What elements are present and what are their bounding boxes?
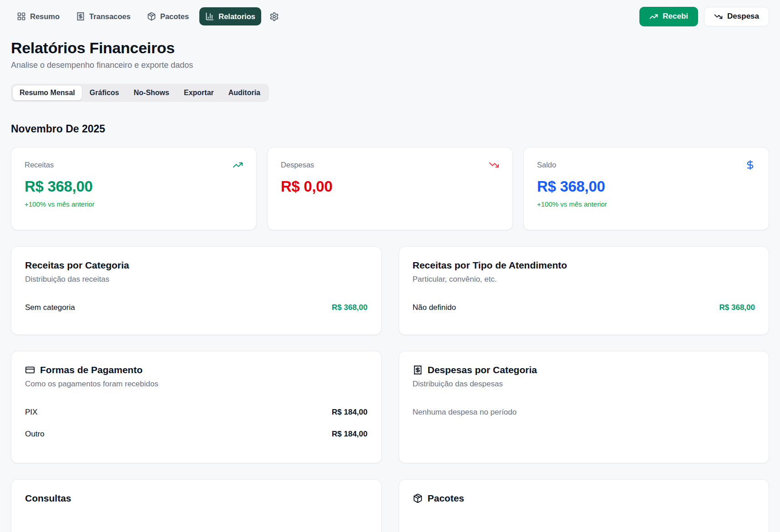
package-icon [413, 493, 423, 503]
nav-item-label: Relatorios [218, 12, 255, 21]
category-row: Não definido R$ 368,00 [413, 303, 755, 312]
credit-card-icon [25, 365, 35, 375]
row-label: Sem categoria [25, 303, 75, 312]
stat-note: +100% vs mês anterior [25, 200, 243, 208]
page-title: Relatórios Financeiros [11, 39, 769, 57]
card-title: Formas de Pagamento [40, 365, 142, 375]
package-icon [147, 12, 156, 21]
expense-button[interactable]: Despesa [704, 7, 769, 26]
stat-card-despesas: Despesas R$ 0,00 [267, 147, 513, 230]
card-receitas-por-tipo: Receitas por Tipo de Atendimento Particu… [399, 246, 770, 335]
empty-state-text: Nenhuma despesa no período [413, 408, 755, 417]
settings-button[interactable] [266, 7, 283, 26]
card-receitas-por-categoria: Receitas por Categoria Distribuição das … [11, 246, 382, 335]
card-formas-de-pagamento: Formas de Pagamento Como os pagamentos f… [11, 351, 382, 463]
card-title: Receitas por Tipo de Atendimento [413, 260, 755, 271]
receipt-icon [76, 12, 85, 21]
stat-card-saldo: Saldo R$ 368,00 +100% vs mês anterior [523, 147, 769, 230]
card-title: Consultas [25, 493, 368, 504]
tab-exportar[interactable]: Exportar [177, 86, 221, 100]
dollar-sign-icon [745, 160, 755, 170]
stat-label: Despesas [281, 161, 314, 169]
payment-cards-row: Formas de Pagamento Como os pagamentos f… [11, 351, 769, 463]
nav-item-label: Resumo [30, 12, 60, 21]
dashboard-grid-icon [17, 12, 26, 21]
card-pacotes: Pacotes [399, 479, 770, 532]
receipt-icon [413, 365, 423, 375]
row-value: R$ 368,00 [332, 303, 367, 312]
stat-label: Saldo [537, 161, 556, 169]
page-subtitle: Analise o desempenho financeiro e export… [11, 61, 769, 70]
payment-row: PIX R$ 184,00 [25, 408, 368, 417]
reports-page: Resumo Transacoes Pacotes Relatorios Rec… [0, 0, 780, 532]
trending-down-icon [714, 12, 723, 21]
expense-button-label: Despesa [727, 12, 759, 21]
nav-item-transacoes[interactable]: Transacoes [70, 7, 137, 25]
stat-note: +100% vs mês anterior [537, 200, 755, 208]
trending-down-icon [489, 160, 499, 170]
card-subtitle: Distribuição das receitas [25, 275, 368, 284]
row-value: R$ 368,00 [719, 303, 755, 312]
row-label: Não definido [413, 303, 456, 312]
nav-item-resumo[interactable]: Resumo [11, 7, 66, 25]
row-value: R$ 184,00 [332, 430, 367, 439]
row-label: Outro [25, 430, 45, 439]
tab-auditoria[interactable]: Auditoria [222, 86, 267, 100]
nav-actions: Recebi Despesa [639, 7, 769, 26]
category-row: Sem categoria R$ 368,00 [25, 303, 368, 312]
bar-chart-icon [205, 12, 214, 21]
nav-item-relatorios[interactable]: Relatorios [199, 7, 261, 25]
tab-no-shows[interactable]: No-Shows [127, 86, 176, 100]
card-subtitle: Como os pagamentos foram recebidos [25, 380, 368, 389]
revenue-cards-row: Receitas por Categoria Distribuição das … [11, 246, 769, 335]
nav-item-label: Transacoes [89, 12, 131, 21]
card-despesas-por-categoria: Despesas por Categoria Distribuição das … [399, 351, 770, 463]
card-title: Receitas por Categoria [25, 260, 368, 271]
trending-up-icon [233, 160, 243, 170]
tab-graficos[interactable]: Gráficos [83, 86, 126, 100]
stat-label: Receitas [25, 161, 54, 169]
month-heading: Novembro De 2025 [11, 123, 769, 135]
nav-item-label: Pacotes [160, 12, 189, 21]
receive-button[interactable]: Recebi [639, 7, 698, 26]
bottom-cards-row: Consultas Pacotes [11, 479, 769, 532]
stat-value: R$ 368,00 [25, 178, 243, 195]
nav-tabs: Resumo Transacoes Pacotes Relatorios [11, 7, 283, 26]
trending-up-icon [649, 12, 658, 21]
stat-value: R$ 0,00 [281, 178, 499, 195]
payment-row: Outro R$ 184,00 [25, 430, 368, 439]
stat-card-receitas: Receitas R$ 368,00 +100% vs mês anterior [11, 147, 257, 230]
card-title: Pacotes [428, 493, 465, 504]
top-navbar: Resumo Transacoes Pacotes Relatorios Rec… [11, 5, 769, 27]
card-subtitle: Particular, convênio, etc. [413, 275, 755, 284]
stat-value: R$ 368,00 [537, 178, 755, 195]
report-tabs: Resumo Mensal Gráficos No-Shows Exportar… [11, 84, 269, 102]
card-subtitle: Distribuição das despesas [413, 380, 755, 389]
gear-icon [269, 12, 279, 21]
row-label: PIX [25, 408, 37, 417]
nav-item-pacotes[interactable]: Pacotes [141, 7, 195, 25]
card-title: Despesas por Categoria [428, 365, 537, 375]
stats-grid: Receitas R$ 368,00 +100% vs mês anterior… [11, 147, 769, 230]
tab-resumo-mensal[interactable]: Resumo Mensal [13, 86, 82, 100]
row-value: R$ 184,00 [332, 408, 367, 417]
card-consultas: Consultas [11, 479, 382, 532]
receive-button-label: Recebi [663, 12, 688, 21]
